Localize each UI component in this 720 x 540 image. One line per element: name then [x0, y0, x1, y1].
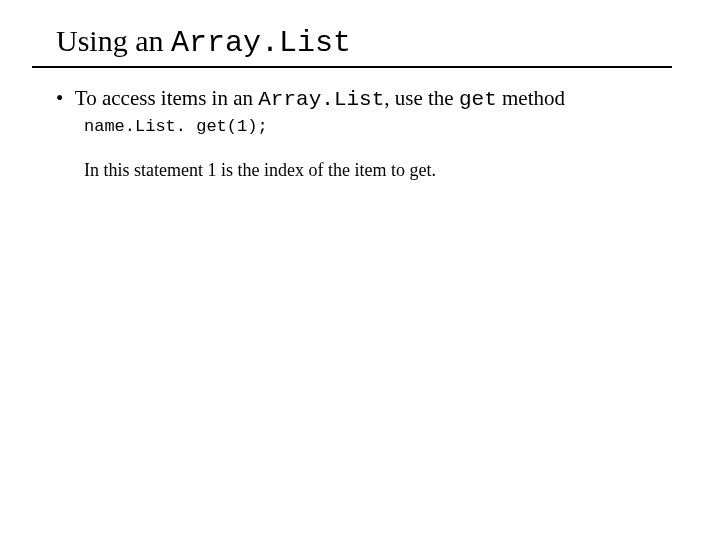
bullet-line: • To access items in an Array.List, use … [56, 86, 680, 111]
title-underline [32, 66, 672, 68]
slide-title: Using an Array.List [56, 24, 680, 60]
bullet-text-3: method [497, 86, 565, 110]
title-code: Array.List [171, 26, 351, 60]
bullet-marker: • [56, 86, 70, 111]
code-example: name.List. get(1); [84, 117, 680, 136]
slide: Using an Array.List • To access items in… [0, 0, 720, 181]
bullet-code-1: Array.List [258, 88, 384, 111]
bullet-code-2: get [459, 88, 497, 111]
bullet-text-1: To access items in an [70, 86, 258, 110]
bullet-text-2: , use the [384, 86, 459, 110]
explanation-text: In this statement 1 is the index of the … [84, 160, 680, 181]
title-text: Using an [56, 24, 171, 57]
